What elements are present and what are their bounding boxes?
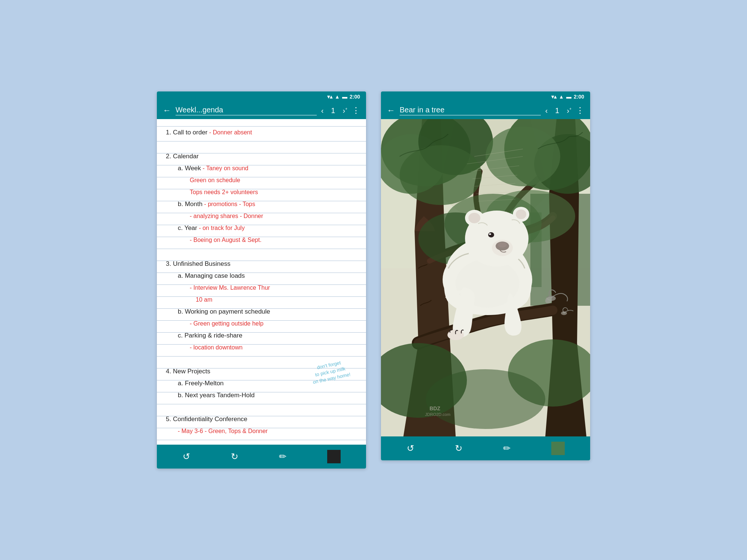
note-line-3c: c. Parking & ride-share <box>166 330 357 342</box>
note-line-4: 4. New Projects don't forgetto pick up m… <box>166 365 357 377</box>
wifi-icon: ▾▴ <box>327 94 332 100</box>
nav-prev-right[interactable]: ‹ <box>545 106 548 115</box>
svg-point-7 <box>400 145 482 205</box>
bear-image: BDZ JDRO2D.com <box>381 119 590 436</box>
svg-text:BDZ: BDZ <box>430 405 440 411</box>
page-num-right: 1 <box>555 106 559 115</box>
nav-next-left[interactable]: ›+ <box>342 106 347 115</box>
bottom-bar-right: ↺ ↻ ✏ <box>381 436 590 460</box>
note-line-2: 2. Calendar <box>166 150 357 162</box>
note-line-blank4 <box>166 401 357 413</box>
svg-point-28 <box>492 240 513 256</box>
note-line-3b: b. Working on payment schedule <box>166 306 357 318</box>
undo-button-right[interactable]: ↺ <box>407 443 414 454</box>
battery-icon: ▬ <box>342 94 347 100</box>
note-line-blank1 <box>166 139 357 150</box>
note-line-1: 1. Call to order - Donner absent <box>166 127 357 139</box>
nav-prev-left[interactable]: ‹ <box>321 106 324 115</box>
note-line-4b: b. Next years Tandem-Hold <box>166 389 357 401</box>
pen-button-left[interactable]: ✏ <box>279 451 286 462</box>
status-bar-left: ▾▴ ▲ ▬ 2:00 <box>157 91 366 102</box>
bear-illustration: BDZ JDRO2D.com <box>381 119 590 436</box>
battery-icon-right: ▬ <box>566 94 571 100</box>
note-line-2c: c. Year - on track for July <box>166 222 357 234</box>
notebook-left: 1. Call to order - Donner absent 2. Cale… <box>157 119 366 445</box>
note-line-3a: a. Managing case loads <box>166 270 357 282</box>
toolbar-left: ← Weekl...genda ‹ 1 ›+ ⋮ <box>157 102 366 119</box>
redo-button-right[interactable]: ↻ <box>455 443 462 454</box>
status-icons-right: ▾▴ ▲ ▬ 2:00 <box>551 94 584 100</box>
pen-button-right[interactable]: ✏ <box>503 443 511 454</box>
note-line-5a: - May 3-6 - Green, Tops & Donner <box>166 425 357 437</box>
bottom-bar-left: ↺ ↻ ✏ <box>157 445 366 469</box>
svg-point-23 <box>516 209 526 219</box>
status-icons-left: ▾▴ ▲ ▬ 2:00 <box>327 94 360 100</box>
status-time-right: 2:00 <box>574 94 584 100</box>
note-line-2a-2: Green on schedule <box>166 174 357 186</box>
svg-point-31 <box>561 311 567 315</box>
color-swatch-left[interactable] <box>327 450 341 463</box>
status-time-left: 2:00 <box>350 94 360 100</box>
color-swatch-right[interactable] <box>551 442 565 455</box>
note-line-2a: a. Week - Taney on sound <box>166 162 357 174</box>
status-bar-right: ▾▴ ▲ ▬ 2:00 <box>381 91 590 102</box>
more-button-left[interactable]: ⋮ <box>352 106 360 115</box>
note-line-2c-2: - Boeing on August & Sept. <box>166 234 357 246</box>
note-line-5: 5. Confidentiality Conference <box>166 413 357 425</box>
title-left: Weekl...genda <box>176 106 317 115</box>
svg-point-24 <box>488 232 494 237</box>
note-line-blank2 <box>166 246 357 258</box>
redo-button-left[interactable]: ↻ <box>231 451 238 462</box>
svg-point-25 <box>489 233 491 235</box>
title-right: Bear in a tree <box>400 106 541 115</box>
note-line-2b: b. Month - promotions - Tops <box>166 198 357 210</box>
signal-icon-right: ▲ <box>559 94 564 100</box>
nav-next-right[interactable]: ›+ <box>567 106 571 115</box>
phone-left: ▾▴ ▲ ▬ 2:00 ← Weekl...genda ‹ 1 ›+ ⋮ 1. … <box>157 91 366 469</box>
undo-button-left[interactable]: ↺ <box>183 451 190 462</box>
note-line-2b-2: - analyzing shares - Donner <box>166 210 357 222</box>
note-line-3a-2: - Interview Ms. Lawrence Thur <box>166 282 357 294</box>
note-line-3b-2: - Green getting outside help <box>166 318 357 330</box>
svg-point-21 <box>468 213 480 223</box>
page-num-left: 1 <box>331 106 335 115</box>
back-button-left[interactable]: ← <box>163 106 171 115</box>
note-line-2a-3: Tops needs 2+ volunteers <box>166 186 357 198</box>
signal-icon: ▲ <box>335 94 340 100</box>
toolbar-right: ← Bear in a tree ‹ 1 ›+ ⋮ <box>381 102 590 119</box>
more-button-right[interactable]: ⋮ <box>576 106 584 115</box>
note-line-3a-3: 10 am <box>166 294 357 306</box>
phone-right: ▾▴ ▲ ▬ 2:00 ← Bear in a tree ‹ 1 ›+ ⋮ <box>381 91 590 460</box>
note-line-3c-2: - location downtown <box>166 342 357 354</box>
back-button-right[interactable]: ← <box>387 106 395 115</box>
note-line-3: 3. Unfinished Business <box>166 258 357 270</box>
phones-container: ▾▴ ▲ ▬ 2:00 ← Weekl...genda ‹ 1 ›+ ⋮ 1. … <box>157 91 590 469</box>
svg-text:JDRO2D.com: JDRO2D.com <box>425 412 450 417</box>
wifi-icon-right: ▾▴ <box>551 94 557 100</box>
svg-point-16 <box>426 369 545 429</box>
